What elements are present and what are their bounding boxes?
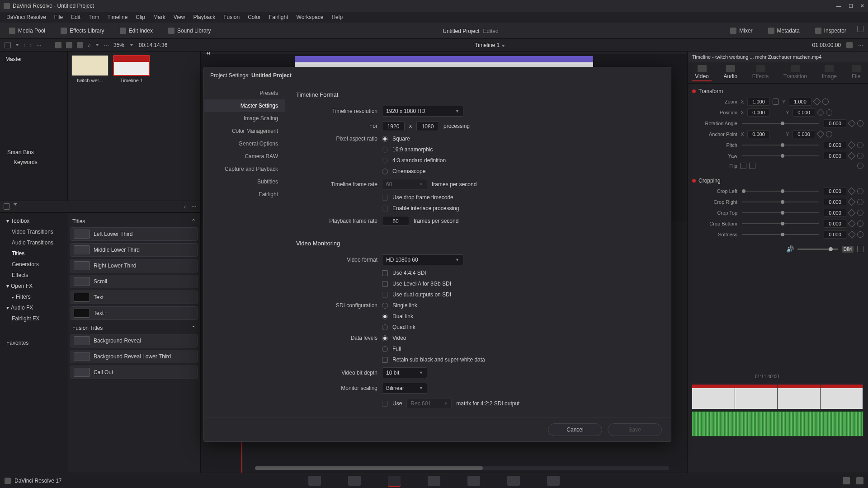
timecode-display[interactable]: 00:14:14:36 [139,42,167,48]
keyframe-icon[interactable] [848,231,856,239]
media-page-button[interactable] [308,476,321,486]
reset-icon[interactable] [826,109,832,116]
title-preset[interactable]: Scroll [71,275,198,288]
openfx-category[interactable]: ▾Open FX [0,281,68,291]
pitch-slider[interactable] [742,145,819,145]
tab-video[interactable]: Video [692,64,711,81]
rotation-input[interactable]: 0.000 [824,119,846,127]
keyframe-icon[interactable] [848,198,856,206]
yaw-input[interactable]: 0.000 [824,152,846,160]
sidebar-item-presets[interactable]: Presets [204,87,285,99]
sidebar-item-master-settings[interactable]: Master Settings [204,99,285,112]
options-icon[interactable]: ⋯ [36,42,42,48]
inspector-toggle[interactable]: Inspector [811,26,851,36]
fusion-page-button[interactable] [428,476,440,486]
more-icon[interactable]: ⋯ [191,203,197,210]
playback-framerate-input[interactable]: 60 [382,216,409,226]
crop-bottom-input[interactable]: 0.000 [824,220,846,228]
media-pool-toggle[interactable]: Media Pool [5,26,50,36]
datalevels-video-radio[interactable] [382,335,388,341]
metadata-toggle[interactable]: Metadata [764,26,804,36]
minimize-button[interactable]: — [836,3,841,9]
cropping-section-header[interactable]: Cropping [692,176,863,186]
toolbox-category[interactable]: ▾Toolbox [0,216,68,226]
keyframe-icon[interactable] [848,120,856,127]
category-item[interactable]: Titles [0,248,68,259]
color-page-button[interactable] [467,476,480,486]
reset-icon[interactable] [826,131,832,137]
title-preset[interactable]: Text+ [71,306,198,320]
zoom-y-input[interactable]: 1.000 [789,98,811,106]
sort-icon[interactable] [95,44,99,46]
fusion-title-preset[interactable]: Background Reveal Lower Third [71,350,198,363]
crop-top-slider[interactable] [742,212,819,213]
reset-icon[interactable] [857,231,863,238]
chevron-down-icon[interactable] [130,44,133,46]
softness-input[interactable]: 0.000 [824,230,846,239]
crop-top-input[interactable]: 0.000 [824,209,846,217]
mixer-toggle[interactable]: Mixer [726,26,757,36]
view-strip-icon[interactable] [66,42,72,48]
video-bitdepth-dropdown[interactable]: 10 bit▼ [382,367,427,378]
maximize-button[interactable]: ☐ [849,3,853,9]
expand-icon[interactable] [857,246,863,252]
keyframe-icon[interactable] [817,131,825,138]
link-icon[interactable] [773,99,779,105]
search-icon[interactable]: ⌕ [88,42,91,48]
category-item[interactable]: ▸Filters [0,291,68,302]
keyframe-icon[interactable] [848,209,856,217]
menu-item[interactable]: Trim [85,13,103,21]
effects-library-toggle[interactable]: Effects Library [56,26,108,36]
search-icon[interactable]: ⌕ [184,203,187,210]
sound-library-toggle[interactable]: Sound Library [164,26,216,36]
master-bin[interactable]: Master [3,54,65,64]
retain-subblack-checkbox[interactable] [382,357,388,363]
settings-icon[interactable] [856,477,863,484]
close-button[interactable]: ✕ [860,3,864,9]
audio-track[interactable] [692,411,863,436]
keyframe-icon[interactable] [848,220,856,228]
sdi-quad-radio[interactable] [382,324,388,330]
category-item[interactable]: Audio Transitions [0,237,68,248]
softness-slider[interactable] [742,234,819,235]
deliver-page-button[interactable] [547,476,560,486]
menu-item[interactable]: Timeline [104,13,131,21]
use-444-checkbox[interactable] [382,270,388,276]
more-icon[interactable]: ⋯ [858,42,863,48]
reset-icon[interactable] [857,142,863,148]
reset-icon[interactable] [857,210,863,216]
title-preset[interactable]: Left Lower Third [71,227,198,241]
crop-bottom-slider[interactable] [742,223,819,224]
menu-item[interactable]: Edit [67,13,84,21]
video-format-dropdown[interactable]: HD 1080p 60▼ [382,254,463,265]
par-cinemascope-radio[interactable] [382,169,388,174]
level-a-checkbox[interactable] [382,281,388,287]
category-item[interactable]: Video Transitions [0,226,68,237]
audiofx-category[interactable]: ▾Audio FX [0,302,68,313]
fairlight-page-button[interactable] [507,476,520,486]
menu-item[interactable]: Color [244,13,264,21]
reset-icon[interactable] [822,99,829,105]
titles-group-header[interactable]: Titles⌃ [71,216,198,227]
anchor-x-input[interactable]: 0.000 [747,130,770,138]
smartbin-keywords[interactable]: Keywords [7,159,60,165]
menu-item[interactable]: Clip [132,13,149,21]
volume-slider[interactable] [797,249,838,250]
zoom-x-input[interactable]: 1.000 [747,98,770,106]
sidebar-item-fairlight[interactable]: Fairlight [204,188,285,201]
pitch-input[interactable]: 0.000 [824,141,846,149]
transform-section-header[interactable]: Transform [692,86,863,96]
crop-left-slider[interactable] [742,191,819,192]
sidebar-item-subtitles[interactable]: Subtitles [204,175,285,188]
menu-item[interactable]: Fusion [220,13,243,21]
reset-icon[interactable] [857,163,863,169]
width-input[interactable]: 1920 [382,121,405,131]
view-thumb-icon[interactable] [55,42,61,48]
dropdown-icon[interactable] [15,44,19,46]
category-item[interactable]: Generators [0,259,68,270]
sdi-single-radio[interactable] [382,303,388,309]
timeline-resolution-dropdown[interactable]: 868 x 488 HD▼ [382,106,463,117]
fusion-titles-header[interactable]: Fusion Titles⌃ [71,322,198,334]
bin-view-toggle[interactable] [5,42,11,48]
category-item[interactable]: Fairlight FX [0,313,68,324]
